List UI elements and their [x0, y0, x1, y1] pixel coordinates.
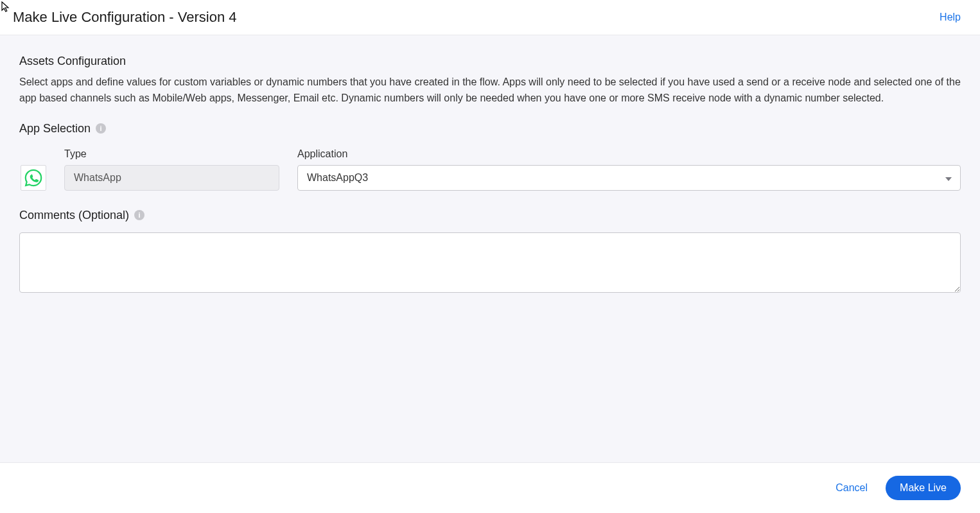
app-selection-label: App Selection i: [19, 122, 961, 135]
type-label: Type: [64, 148, 279, 160]
application-label: Application: [297, 148, 961, 160]
type-field-group: Type WhatsApp: [64, 148, 279, 191]
dialog-content: Assets Configuration Select apps and def…: [0, 35, 980, 462]
application-value: WhatsAppQ3: [307, 172, 368, 184]
dialog-header: Make Live Configuration - Version 4 Help: [0, 0, 980, 35]
whatsapp-icon: [21, 165, 46, 191]
info-icon[interactable]: i: [96, 123, 106, 134]
comments-textarea[interactable]: [19, 232, 961, 293]
app-selection-row: Type WhatsApp Application WhatsAppQ3: [19, 148, 961, 191]
make-live-button[interactable]: Make Live: [886, 476, 961, 500]
assets-config-description: Select apps and define values for custom…: [19, 74, 961, 107]
type-field: WhatsApp: [64, 165, 279, 191]
application-select[interactable]: WhatsAppQ3: [297, 165, 961, 191]
app-selection-label-text: App Selection: [19, 122, 91, 135]
help-link[interactable]: Help: [940, 12, 961, 23]
dialog-title: Make Live Configuration - Version 4: [13, 9, 237, 26]
cancel-button[interactable]: Cancel: [832, 477, 871, 499]
assets-config-title: Assets Configuration: [19, 55, 961, 68]
type-value: WhatsApp: [74, 172, 121, 184]
comments-label-text: Comments (Optional): [19, 209, 129, 222]
comments-label: Comments (Optional) i: [19, 209, 961, 222]
dialog-footer: Cancel Make Live: [0, 462, 980, 513]
application-field-group: Application WhatsAppQ3: [297, 148, 961, 191]
info-icon[interactable]: i: [134, 210, 144, 220]
